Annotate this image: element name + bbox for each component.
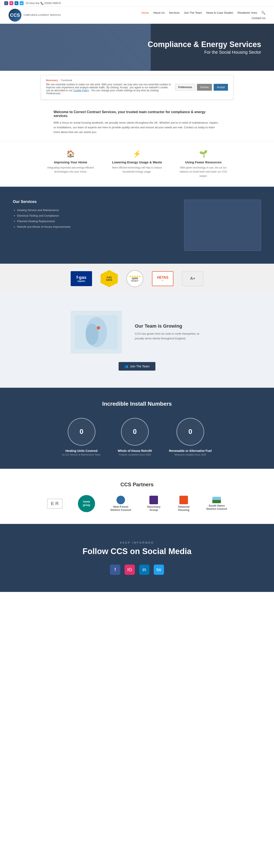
- logo-circle: CCS: [8, 9, 21, 22]
- southhams-label: South HamsDistrict Council: [207, 504, 227, 510]
- stat-retrofit-label: Whole of House Retrofit: [118, 449, 152, 453]
- feature-improving-title: Improving Your Home: [44, 160, 98, 164]
- social-title: Follow CCS on Social Media: [13, 547, 261, 556]
- linkedin-follow-icon[interactable]: in: [139, 564, 149, 575]
- team-section: Our Team is Growing CCS has grown from i…: [0, 293, 274, 388]
- services-list: Heating Service and Maintenance Electric…: [13, 208, 175, 230]
- feature-energy-title: Lowering Energy Usage & Waste: [110, 160, 164, 164]
- nav-secondary: Contact Us: [252, 17, 266, 20]
- welcome-section: Welcome to Correct Contract Services, yo…: [41, 104, 233, 141]
- facebook-icon[interactable]: f: [4, 1, 8, 5]
- nav-about[interactable]: About Us: [153, 11, 164, 14]
- team-desc: CCS has grown from its roots in north Ha…: [135, 332, 203, 341]
- feature-energy-desc: More efficient technology will help to r…: [110, 166, 164, 174]
- feature-home-icon: 🏠: [44, 150, 98, 158]
- nav-residents[interactable]: Residents' Area: [238, 11, 257, 14]
- linkedin-icon[interactable]: in: [15, 1, 19, 5]
- cookie-accept-button[interactable]: Accept: [214, 84, 228, 91]
- stat-retrofit-sub: Projects completed since 2020: [119, 453, 151, 456]
- partner-newforest: New ForestDistrict Council: [107, 496, 134, 511]
- partner-sanctuary: SanctuaryGroup: [143, 496, 164, 511]
- phone-label: 24 Hour line: [26, 2, 39, 5]
- stat-renewable-value: 0: [188, 428, 192, 436]
- list-item: Heating Service and Maintenance: [17, 208, 175, 213]
- hero-worker-image: [0, 24, 151, 71]
- stat-renewable: 0 Renewable or Alternative Fuel Measures…: [169, 418, 212, 456]
- hero-section: Compliance & Energy Services For the Soc…: [0, 24, 274, 71]
- feature-resources-title: Using Fewer Resources: [176, 160, 230, 164]
- stats-title: Incredible Install Numbers: [13, 401, 261, 407]
- cookie-functional[interactable]: Functional: [61, 79, 72, 82]
- instagram-follow-icon[interactable]: IG: [125, 564, 135, 575]
- hero-subtitle: For the Social Housing Sector: [148, 50, 261, 55]
- cookie-text: We use essential cookies to make our sit…: [46, 83, 172, 95]
- stat-retrofit: 0 Whole of House Retrofit Projects compl…: [118, 418, 152, 456]
- social-icons-top: f IG in tw: [4, 1, 24, 5]
- cookie-banner: Necessary | Functional We use essential …: [41, 75, 233, 99]
- partner-homegroup: homegroup: [75, 496, 99, 511]
- nav-join[interactable]: Join The Team: [184, 11, 202, 14]
- feature-energy-icon: ⚡: [110, 150, 164, 158]
- team-text: Our Team is Growing CCS has grown from i…: [135, 323, 203, 341]
- partners-section: CCS Partners E R homegroup New ForestDis…: [0, 469, 274, 524]
- cookie-preferences-button[interactable]: Preferences: [175, 84, 195, 91]
- search-button[interactable]: 🔍: [261, 11, 266, 15]
- join-team-button[interactable]: 👥 Join The Team: [118, 362, 156, 371]
- hetas-logo: HETAS ✓: [152, 271, 173, 286]
- cookie-necessary[interactable]: Necessary: [46, 79, 58, 82]
- nav-news[interactable]: News & Case Studies: [207, 11, 233, 14]
- join-label: Join The Team: [130, 365, 149, 368]
- homegroup-logo: homegroup: [78, 495, 95, 512]
- stat-renewable-label: Renewable or Alternative Fuel: [169, 449, 212, 453]
- svg-point-3: [97, 326, 100, 330]
- top-bar: f IG in tw 24 Hour line 📞 03330 436670: [0, 0, 274, 7]
- partners-title: CCS Partners: [13, 482, 261, 488]
- nav-home[interactable]: Home: [141, 11, 149, 14]
- fgas-logo: f·gas register: [71, 271, 92, 286]
- list-item: Retrofit and Whole of House Improvements: [17, 224, 175, 230]
- stat-heating-label: Heating Units Covered: [65, 449, 98, 453]
- header: CCS COMPLIANCE & ENERGY SERVICES Home Ab…: [0, 7, 274, 24]
- welcome-title: Welcome to Correct Contract Services, yo…: [54, 110, 220, 118]
- social-icons-row: f IG in tw: [13, 564, 261, 575]
- feature-energy: ⚡ Lowering Energy Usage & Waste More eff…: [110, 150, 164, 178]
- twitter-follow-icon[interactable]: tw: [154, 564, 164, 575]
- partner-selwood: SelwoodHousing: [173, 496, 194, 511]
- hero-text: Compliance & Energy Services For the Soc…: [148, 40, 261, 55]
- logo-area: CCS COMPLIANCE & ENERGY SERVICES: [8, 9, 61, 22]
- feature-improving: 🏠 Improving Your Home Integrating improv…: [44, 150, 98, 178]
- stat-retrofit-value: 0: [133, 428, 137, 436]
- feature-resources-desc: With green technology in use, we cut our…: [176, 166, 230, 178]
- other-logo: A+: [182, 271, 203, 286]
- cookie-buttons: Preferences Decline Accept: [175, 84, 228, 91]
- stat-retrofit-circle: 0: [121, 418, 149, 446]
- gassafe-logo: GASSAFE: [101, 270, 118, 287]
- services-image: [184, 199, 261, 251]
- svg-point-2: [86, 323, 99, 345]
- selwood-label: SelwoodHousing: [178, 505, 189, 512]
- nav-services[interactable]: Services: [169, 11, 180, 14]
- social-section: Keep Informed Follow CCS on Social Media…: [0, 524, 274, 592]
- cookie-policy-link[interactable]: Cookie Policy: [73, 89, 89, 92]
- stats-row: 0 Heating Units Covered by Our Service &…: [13, 418, 261, 456]
- facebook-follow-icon[interactable]: f: [110, 564, 120, 575]
- cookie-toggle: Necessary | Functional: [46, 79, 172, 82]
- team-title: Our Team is Growing: [135, 323, 203, 329]
- stat-heating-circle: 0: [67, 418, 95, 446]
- partner-er: E R: [44, 496, 66, 511]
- stat-heating-value: 0: [80, 428, 83, 436]
- instagram-icon[interactable]: IG: [9, 1, 13, 5]
- cookie-decline-button[interactable]: Decline: [197, 84, 212, 91]
- nav-area: Home About Us Services Join The Team New…: [141, 11, 266, 20]
- logo-subtext: COMPLIANCE & ENERGY SERVICES: [24, 14, 61, 17]
- gdpr-logo: ⭐⭐⭐⭐⭐ GDPR READY: [126, 270, 143, 287]
- twitter-icon[interactable]: tw: [20, 1, 24, 5]
- services-content: Our Services Heating Service and Mainten…: [13, 199, 175, 230]
- services-section: Our Services Heating Service and Mainten…: [0, 187, 274, 264]
- feature-green-icon: 🌱: [176, 150, 230, 158]
- list-item: Electrical Testing and Compliance: [17, 213, 175, 219]
- list-item: Planned Heating Replacement: [17, 219, 175, 224]
- nav-contact[interactable]: Contact Us: [252, 17, 266, 20]
- stats-section: Incredible Install Numbers 0 Heating Uni…: [0, 388, 274, 469]
- phone-icon: 📞: [40, 2, 44, 5]
